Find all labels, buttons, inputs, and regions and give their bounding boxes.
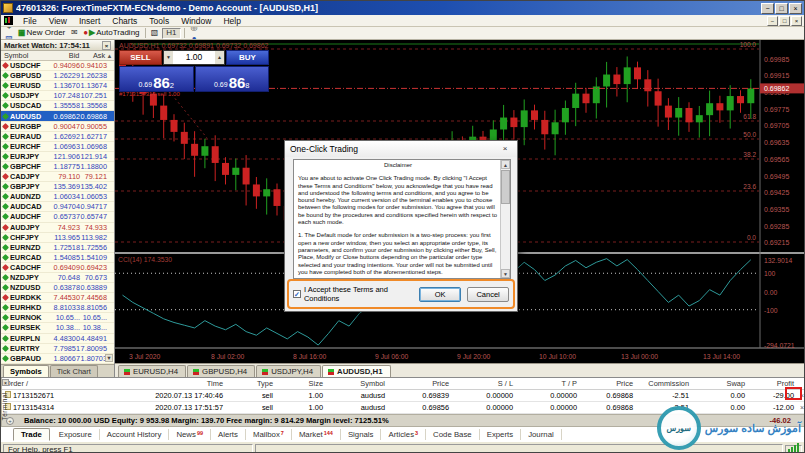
market-watch-row-eurchf[interactable]: EURCHF1.069631.06968: [1, 142, 114, 152]
market-watch-row-cadchf[interactable]: CADCHF0.694090.69423: [1, 263, 114, 273]
column-header-tp[interactable]: T / P: [516, 379, 580, 388]
market-watch-row-nzdjpy[interactable]: NZDJPY70.64870.673: [1, 273, 114, 283]
buy-price-panel[interactable]: 0.69 86 8: [195, 66, 270, 92]
mdi-close-button[interactable]: ×: [791, 16, 802, 26]
column-header-price[interactable]: Price: [388, 379, 452, 388]
market-watch-row-euraud[interactable]: EURAUD1.626921.62717: [1, 132, 114, 142]
market-watch-row-audcad[interactable]: AUDCAD0.947040.94717: [1, 202, 114, 212]
menu-tools[interactable]: Tools: [143, 15, 175, 27]
mdi-restore-button[interactable]: □: [779, 16, 790, 26]
market-watch-row-eurcad[interactable]: EURCAD1.540851.54109: [1, 253, 114, 263]
market-watch-row-usdchf[interactable]: USDCHF0.940960.94103: [1, 61, 114, 71]
column-header-size[interactable]: Size: [276, 379, 326, 388]
market-watch-row-eurusd[interactable]: EURUSD1.136701.13674: [1, 81, 114, 91]
column-header-sl[interactable]: S / L: [452, 379, 516, 388]
market-watch-row-usdcad[interactable]: USDCAD1.355581.35568: [1, 101, 114, 111]
column-header-time[interactable]: Time: [98, 379, 226, 388]
column-header-type[interactable]: Type: [226, 379, 276, 388]
scrollbar-up-icon[interactable]: ▲: [501, 160, 510, 169]
tab-signals[interactable]: Signals: [341, 429, 382, 440]
chart-tab-audusd-h1[interactable]: AUDUSD,H1: [322, 365, 391, 377]
disclaimer-text-box[interactable]: Disclaimer You are about to activate One…: [293, 159, 511, 279]
scroll-down-icon[interactable]: ▼: [105, 354, 113, 362]
scroll-up-icon[interactable]: ▲: [105, 53, 114, 59]
terminal-close-icon[interactable]: ×: [2, 379, 9, 386]
community-button[interactable]: ●: [188, 33, 200, 40]
market-watch-tab-symbols[interactable]: Symbols: [3, 365, 49, 377]
buy-button[interactable]: BUY: [226, 50, 269, 65]
tab-exposure[interactable]: Exposure: [52, 429, 100, 440]
accept-terms-checkbox[interactable]: ✓: [293, 290, 301, 298]
menu-charts[interactable]: Charts: [106, 15, 143, 27]
market-watch-row-eurgbp[interactable]: EURGBP0.900470.90055: [1, 122, 114, 132]
market-watch-row-nzdusd[interactable]: NZDUSD0.638780.63889: [1, 283, 114, 293]
market-watch-row-gbpaud[interactable]: GBPAUD1.806671.80703: [1, 354, 114, 364]
menu-view[interactable]: View: [43, 15, 73, 27]
column-header-price2[interactable]: Price: [580, 379, 636, 388]
tab-news[interactable]: News99: [169, 429, 211, 440]
dialog-close-icon[interactable]: ×: [498, 143, 512, 155]
volume-up-icon[interactable]: ▲: [215, 51, 224, 64]
market-watch-row-audjpy[interactable]: AUDJPY74.92374.933: [1, 223, 114, 233]
tab-code-base[interactable]: Code Base: [426, 429, 480, 440]
market-watch-row-cadjpy[interactable]: CADJPY79.11079.121: [1, 172, 114, 182]
market-watch-row-eursek[interactable]: EURSEK10.38...10.38...: [1, 323, 114, 333]
close-order-icon[interactable]: ×: [797, 392, 805, 399]
new-order-button[interactable]: ▦ New Order: [16, 28, 67, 39]
market-watch-row-eurjpy[interactable]: EURJPY121.906121.914: [1, 152, 114, 162]
autotrading-button[interactable]: ● ▶ AutoTrading: [81, 28, 141, 39]
menu-file[interactable]: File: [17, 15, 43, 27]
market-watch-row-eurpln[interactable]: EURPLN4.483004.48491: [1, 334, 114, 344]
market-watch-tab-tick-chart[interactable]: Tick Chart: [50, 365, 98, 377]
scrollbar-thumb[interactable]: [501, 170, 510, 204]
market-watch-row-eurnzd[interactable]: EURNZD1.725181.72556: [1, 243, 114, 253]
column-header-commission[interactable]: Commission: [636, 379, 692, 388]
market-watch-close-icon[interactable]: ×: [102, 41, 111, 50]
period-h1-button[interactable]: H1: [162, 28, 182, 39]
mdi-minimize-button[interactable]: −: [767, 16, 778, 26]
market-watch-row-gbpjpy[interactable]: GBPJPY135.369135.402: [1, 182, 114, 192]
column-header-symbol[interactable]: Symbol: [326, 379, 388, 388]
cancel-button[interactable]: Cancel: [467, 287, 509, 302]
tab-experts[interactable]: Experts: [480, 429, 521, 440]
volume-down-icon[interactable]: ▼: [164, 51, 173, 64]
market-watch-row-eurhkd[interactable]: EURHKD8.810338.81056: [1, 303, 114, 313]
sell-button[interactable]: SELL: [119, 50, 162, 65]
mailbox-button[interactable]: ✉: [68, 28, 80, 39]
templates-button[interactable]: ▧: [149, 28, 161, 39]
market-watch-row-usdjpy[interactable]: USDJPY107.248107.251: [1, 91, 114, 101]
tab-alerts[interactable]: Alerts: [211, 429, 246, 440]
market-watch-row-eurnok[interactable]: EURNOK10.65...10.65...: [1, 313, 114, 323]
column-header-order[interactable]: Order /: [2, 379, 98, 388]
chart-tab-eurusd-h4[interactable]: EURUSD,H4: [118, 365, 186, 377]
market-watch-row-eurdkk[interactable]: EURDKK7.445307.44568: [1, 293, 114, 303]
minimize-button[interactable]: −: [761, 3, 774, 14]
tab-mailbox[interactable]: Mailbox7: [246, 429, 292, 440]
market-watch-row-gbpchf[interactable]: GBPCHF1.187751.18800: [1, 162, 114, 172]
menu-window[interactable]: Window: [175, 15, 217, 27]
tab-journal[interactable]: Journal: [521, 429, 562, 440]
close-button[interactable]: ×: [789, 3, 802, 14]
market-watch-row-audusd[interactable]: AUDUSD0.698620.69868: [1, 111, 114, 121]
chart-mdi-icon[interactable]: [4, 16, 13, 25]
market-watch-row-audchf[interactable]: AUDCHF0.657370.65747: [1, 212, 114, 222]
tab-market[interactable]: Market144: [292, 429, 341, 440]
maximize-button[interactable]: □: [775, 3, 788, 14]
tab-trade[interactable]: Trade: [13, 428, 50, 441]
tab-articles[interactable]: Articles3: [381, 429, 426, 440]
order-row-1713152671[interactable]: 17131526712020.07.13 17:40:46sell1.00aud…: [2, 390, 805, 402]
market-watch-row-gbpusd[interactable]: GBPUSD1.262291.26238: [1, 71, 114, 81]
menu-help[interactable]: Help: [217, 15, 246, 27]
column-bid[interactable]: Bid: [47, 51, 80, 60]
market-watch-row-chfjpy[interactable]: CHFJPY113.965113.982: [1, 233, 114, 243]
column-header-swap[interactable]: Swap: [692, 379, 748, 388]
market-watch-row-eurtry[interactable]: EURTRY7.798517.80095: [1, 344, 114, 354]
column-header-profit[interactable]: Profit: [748, 379, 797, 388]
dialog-scrollbar[interactable]: ▲ ▼: [500, 160, 510, 278]
market-watch-row-audnzd[interactable]: AUDNZD1.060341.06053: [1, 192, 114, 202]
volume-value[interactable]: 1.00: [173, 51, 215, 64]
scrollbar-down-icon[interactable]: ▼: [501, 269, 510, 278]
chart-tab-usdjpy-h4[interactable]: USDJPY,H4: [256, 365, 321, 377]
tab-account-history[interactable]: Account History: [100, 429, 170, 440]
ok-button[interactable]: OK: [419, 287, 461, 302]
